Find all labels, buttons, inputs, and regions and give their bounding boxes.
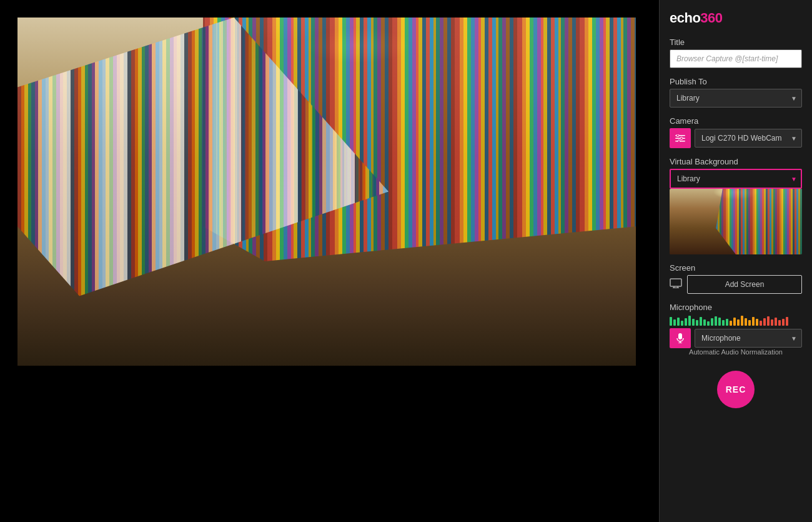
svg-point-4 xyxy=(680,137,683,139)
microphone-dropdown-wrapper: Microphone Default Microphone ▼ xyxy=(695,329,802,348)
audio-meter xyxy=(670,314,802,326)
audio-meter-bar xyxy=(760,321,762,326)
logo-area: echo360 xyxy=(670,10,802,26)
screen-label: Screen xyxy=(670,263,802,273)
thumbnail-background xyxy=(670,189,802,254)
logo-360: 360 xyxy=(700,10,722,26)
video-preview xyxy=(17,18,636,366)
audio-meter-bar xyxy=(700,317,702,326)
sidebar-panel: echo360 Title Publish To Library My Cont… xyxy=(659,0,812,522)
add-screen-button[interactable]: Add Screen xyxy=(687,275,802,294)
audio-meter-bar xyxy=(756,319,758,326)
virtual-bg-dropdown[interactable]: Library None Office Classroom xyxy=(670,169,802,189)
audio-meter-bar xyxy=(726,319,728,326)
camera-dropdown[interactable]: Logi C270 HD WebCam Default Camera xyxy=(695,129,802,148)
audio-meter-bar xyxy=(718,318,721,326)
rec-area: REC xyxy=(670,364,802,412)
audio-meter-bar xyxy=(673,319,676,326)
screen-row: Add Screen xyxy=(670,275,802,294)
audio-meter-bar xyxy=(722,320,725,326)
sliders-icon xyxy=(675,134,685,142)
logo-echo: echo xyxy=(670,10,700,26)
title-label: Title xyxy=(670,38,802,47)
virtual-bg-thumbnail xyxy=(670,189,802,254)
camera-settings-button[interactable] xyxy=(670,128,691,148)
publish-to-dropdown[interactable]: Library My Content Course xyxy=(670,89,802,108)
screen-section: Screen Add Screen xyxy=(670,263,802,294)
audio-meter-bar xyxy=(730,321,732,326)
publish-to-dropdown-wrapper: Library My Content Course ▼ xyxy=(670,89,802,108)
monitor-icon xyxy=(670,278,682,291)
audio-meter-bar xyxy=(767,316,770,326)
auto-normalize-label: Automatic Audio Normalization xyxy=(670,348,802,356)
microphone-section: Microphone Microphone Default Microphone… xyxy=(670,303,802,356)
audio-meter-bar xyxy=(707,321,710,326)
publish-to-section: Publish To Library My Content Course ▼ xyxy=(670,77,802,108)
audio-meter-bar xyxy=(771,319,773,326)
svg-point-3 xyxy=(676,134,679,137)
audio-meter-bar xyxy=(681,321,683,326)
camera-label: Camera xyxy=(670,116,802,126)
audio-meter-bar xyxy=(782,319,785,326)
library-background xyxy=(17,18,636,366)
audio-meter-bar xyxy=(696,320,698,326)
audio-meter-bar xyxy=(685,318,687,326)
audio-meter-bar xyxy=(670,317,672,326)
virtual-bg-dropdown-wrapper: Library None Office Classroom ▼ xyxy=(670,169,802,189)
preview-area xyxy=(0,0,659,522)
virtual-bg-label: Virtual Background xyxy=(670,157,802,166)
audio-meter-bar xyxy=(677,318,680,326)
title-section: Title xyxy=(670,38,802,68)
title-input[interactable] xyxy=(670,49,802,68)
audio-meter-bar xyxy=(778,320,781,326)
microphone-dropdown[interactable]: Microphone Default Microphone xyxy=(695,329,802,348)
microphone-button[interactable] xyxy=(670,328,691,348)
audio-meter-bar xyxy=(763,318,766,326)
publish-to-label: Publish To xyxy=(670,77,802,86)
audio-meter-bar xyxy=(741,316,743,326)
screen-monitor-icon xyxy=(670,278,682,288)
camera-dropdown-wrapper: Logi C270 HD WebCam Default Camera ▼ xyxy=(695,129,802,148)
audio-meter-bar xyxy=(733,318,736,326)
audio-meter-bar xyxy=(752,317,755,326)
audio-meter-bar xyxy=(715,316,717,326)
audio-meter-bar xyxy=(786,317,788,326)
audio-meter-bar xyxy=(703,319,706,326)
microphone-icon xyxy=(676,333,684,343)
audio-meter-bar xyxy=(748,320,751,326)
microphone-label: Microphone xyxy=(670,303,802,312)
logo: echo360 xyxy=(670,10,723,26)
rec-button[interactable]: REC xyxy=(717,371,755,408)
audio-meter-bar xyxy=(775,318,777,326)
audio-meter-bar xyxy=(745,318,747,326)
audio-meter-bar xyxy=(692,319,695,326)
virtual-bg-section: Virtual Background Library None Office C… xyxy=(670,157,802,254)
camera-row: Logi C270 HD WebCam Default Camera ▼ xyxy=(670,128,802,148)
audio-meter-bar xyxy=(688,316,691,326)
camera-section: Camera Logi C270 HD WebCam Default Camer… xyxy=(670,116,802,148)
thumbnail-books xyxy=(670,189,802,254)
mic-row: Microphone Default Microphone ▼ xyxy=(670,328,802,348)
svg-rect-6 xyxy=(670,279,681,286)
audio-meter-bar xyxy=(737,319,740,326)
svg-point-5 xyxy=(678,140,680,142)
svg-rect-10 xyxy=(678,333,682,339)
audio-meter-bar xyxy=(711,318,713,326)
